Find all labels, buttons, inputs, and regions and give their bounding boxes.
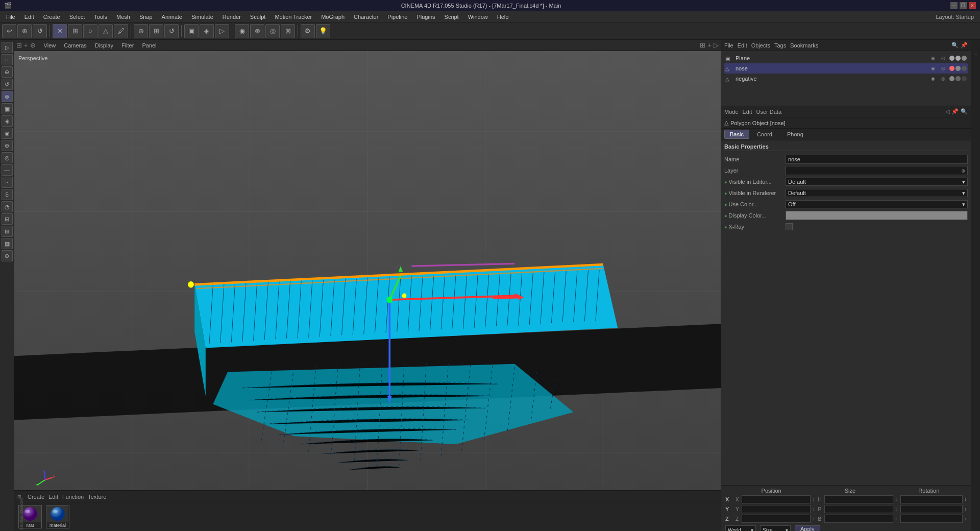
apply-button[interactable]: Apply <box>795 525 820 531</box>
obj-menu-objects[interactable]: Objects <box>751 42 770 49</box>
mat-menu-create[interactable]: Create <box>28 494 44 500</box>
obj-mode-btn[interactable]: ◉ <box>235 24 249 38</box>
attr-menu-userdata[interactable]: User Data <box>756 109 782 115</box>
attr-vis-editor-dropdown[interactable]: Default ▾ <box>786 178 968 186</box>
nose-vis-dot[interactable]: ◉ <box>929 66 937 71</box>
left-tool-deform[interactable]: ⊠ <box>2 226 13 237</box>
menu-mograph[interactable]: MoGraph <box>317 13 349 21</box>
undo-btn[interactable]: ↩ <box>2 24 16 38</box>
left-tool-pts[interactable]: ▣ <box>2 103 13 114</box>
menu-edit[interactable]: Edit <box>20 13 38 21</box>
menu-script[interactable]: Script <box>440 13 463 21</box>
obj-search-icon[interactable]: 🔍 <box>951 42 959 49</box>
tab-coord[interactable]: Coord. <box>751 130 779 139</box>
tab-phong[interactable]: Phong <box>781 130 809 139</box>
poly-mode-btn[interactable]: ⊛ <box>250 24 264 38</box>
psr-x-pos-input[interactable]: 1.014 mm <box>742 495 811 503</box>
left-tool-scale[interactable]: ⊕ <box>2 66 13 78</box>
menu-mesh[interactable]: Mesh <box>112 13 134 21</box>
left-tool-obj[interactable]: ⊗ <box>2 91 13 102</box>
select-live-btn[interactable]: ✕ <box>53 24 67 38</box>
attr-layer-field[interactable]: ⊕ <box>786 166 968 175</box>
attr-name-input[interactable] <box>786 155 968 164</box>
viewport-canvas[interactable]: Perspective <box>14 51 721 500</box>
attr-menu-edit[interactable]: Edit <box>743 109 752 115</box>
psr-z-rot-input[interactable]: 0° <box>900 515 963 523</box>
obj-menu-bookmarks[interactable]: Bookmarks <box>790 42 818 49</box>
vp-more-icon[interactable]: ⊕ <box>30 41 36 49</box>
vp-view-menu[interactable]: View <box>42 42 58 49</box>
attr-display-color-swatch[interactable] <box>786 211 968 220</box>
menu-pipeline[interactable]: Pipeline <box>383 13 411 21</box>
select-circle-btn[interactable]: ○ <box>83 24 97 38</box>
rotate-btn[interactable]: ↺ <box>164 24 179 38</box>
left-tool-sym[interactable]: $ <box>2 189 13 200</box>
attr-back-icon[interactable]: ◁ <box>945 108 949 115</box>
edge-mode-btn[interactable]: ◎ <box>265 24 280 38</box>
left-tool-knife[interactable]: — <box>2 164 13 176</box>
left-tool-paint[interactable]: ◔ <box>2 201 13 212</box>
left-tool-extra[interactable]: ⊕ <box>2 250 13 261</box>
menu-motiontarcker[interactable]: Motion Tracker <box>271 13 316 21</box>
negative-render-dot[interactable]: ◎ <box>939 76 947 81</box>
attr-use-color-dropdown[interactable]: Off ▾ <box>786 200 968 208</box>
psr-y-pos-input[interactable]: -45.959 mm <box>742 505 811 513</box>
left-tool-edge[interactable]: ◈ <box>2 115 13 127</box>
mat-swatch-2[interactable]: material <box>46 505 69 528</box>
psr-x-size-input[interactable]: 104.453 mm <box>824 495 893 503</box>
left-tool-brush[interactable]: ~ <box>2 177 13 188</box>
menu-window[interactable]: Window <box>464 13 492 21</box>
minimize-btn[interactable]: — <box>950 2 958 9</box>
settings-btn[interactable]: ⚙ <box>301 24 315 38</box>
vp-display-menu[interactable]: Display <box>93 42 115 49</box>
menu-sculpt[interactable]: Sculpt <box>246 13 270 21</box>
render-view-btn[interactable]: ▣ <box>184 24 199 38</box>
vp-expand-icon[interactable]: ⊞ <box>16 41 22 49</box>
obj-menu-tags[interactable]: Tags <box>774 42 786 49</box>
close-btn[interactable]: ✕ <box>969 2 976 9</box>
vp-frame-icon[interactable]: ⊞ <box>700 41 705 49</box>
left-tool-rotate[interactable]: ↺ <box>2 79 13 90</box>
menu-tools[interactable]: Tools <box>90 13 111 21</box>
left-tool-select[interactable]: ▷ <box>2 42 13 53</box>
plane-vis-dot[interactable]: ◉ <box>929 56 937 61</box>
psr-y-rot-input[interactable]: 0° <box>900 505 963 513</box>
psr-z-size-input[interactable]: 9.201 mm <box>824 515 893 523</box>
attr-pin-icon[interactable]: 📌 <box>951 108 959 115</box>
light-btn[interactable]: 💡 <box>316 24 330 38</box>
psr-y-size-input[interactable]: 0.537 mm <box>824 505 893 513</box>
menu-animate[interactable]: Animate <box>158 13 186 21</box>
menu-plugins[interactable]: Plugins <box>412 13 439 21</box>
obj-menu-edit[interactable]: Edit <box>738 42 747 49</box>
new-btn[interactable]: ⊕ <box>17 24 32 38</box>
left-tool-uv[interactable]: ⊛ <box>2 140 13 151</box>
left-tool-move[interactable]: ↔ <box>2 54 13 65</box>
left-tool-poly[interactable]: ◉ <box>2 128 13 139</box>
menu-file[interactable]: File <box>2 13 19 21</box>
menu-snap[interactable]: Snap <box>135 13 157 21</box>
vp-center-icon[interactable]: + <box>707 41 712 49</box>
move-btn[interactable]: ⊕ <box>134 24 148 38</box>
negative-vis-dot[interactable]: ◉ <box>929 76 937 81</box>
render-region-btn[interactable]: ◈ <box>200 24 214 38</box>
select-free-btn[interactable]: 🖊 <box>114 24 128 38</box>
tab-basic[interactable]: Basic <box>724 130 749 139</box>
mat-menu-edit[interactable]: Edit <box>48 494 58 500</box>
attr-menu-mode[interactable]: Mode <box>724 109 739 115</box>
vp-render-icon[interactable]: ▷ <box>714 41 719 49</box>
redo-btn[interactable]: ↺ <box>33 24 47 38</box>
psr-x-rot-input[interactable]: 0° <box>900 495 963 503</box>
menu-render[interactable]: Render <box>218 13 245 21</box>
mat-menu-texture[interactable]: Texture <box>88 494 106 500</box>
menu-create[interactable]: Create <box>39 13 64 21</box>
attr-xray-checkbox[interactable] <box>786 223 793 230</box>
mat-menu-function[interactable]: Function <box>62 494 84 500</box>
point-mode-btn[interactable]: ⊠ <box>281 24 295 38</box>
left-tool-weight[interactable]: ▦ <box>2 238 13 249</box>
vp-filter-menu[interactable]: Filter <box>119 42 136 49</box>
obj-row-nose[interactable]: △ nose ◉ ◎ <box>724 63 968 74</box>
render-btn[interactable]: ▷ <box>215 24 229 38</box>
scale-btn[interactable]: ⊞ <box>149 24 163 38</box>
obj-menu-file[interactable]: File <box>724 42 733 49</box>
select-rect-btn[interactable]: ⊞ <box>68 24 82 38</box>
